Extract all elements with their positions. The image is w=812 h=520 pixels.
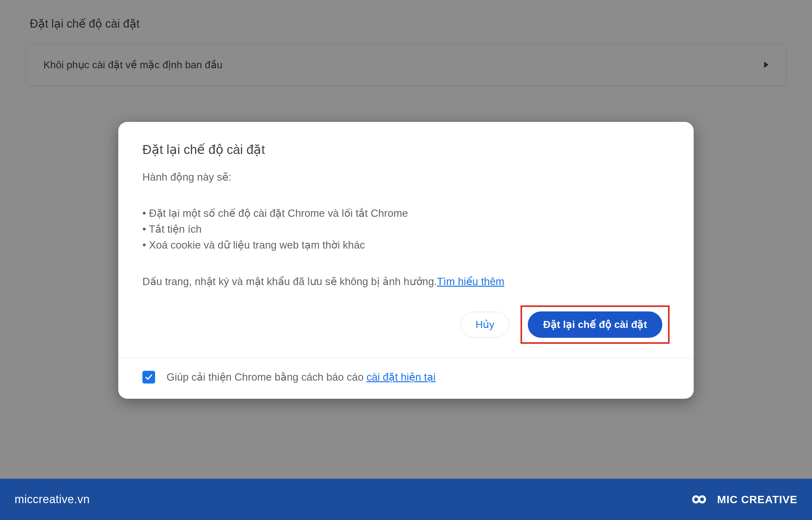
- list-item: Tắt tiện ích: [142, 221, 670, 237]
- brand-right: MIC CREATIVE: [687, 491, 797, 508]
- brand-bar: miccreative.vn MIC CREATIVE: [0, 479, 812, 520]
- brand-name-label: MIC CREATIVE: [717, 493, 797, 506]
- learn-more-link[interactable]: Tìm hiểu thêm: [437, 276, 504, 287]
- reset-settings-dialog: Đặt lại chế độ cài đặt Hành động này sẽ:…: [118, 122, 694, 399]
- dialog-bullet-list: Đặt lại một số chế độ cài đặt Chrome và …: [142, 205, 670, 253]
- current-settings-link[interactable]: cài đặt hiện tại: [367, 371, 436, 383]
- check-icon: [145, 373, 153, 381]
- dialog-note: Dấu trang, nhật ký và mật khẩu đã lưu sẽ…: [142, 275, 670, 288]
- report-settings-label: Giúp cải thiện Chrome bằng cách báo cáo …: [167, 371, 436, 383]
- list-item: Xoá cookie và dữ liệu trang web tạm thời…: [142, 237, 670, 253]
- dialog-title: Đặt lại chế độ cài đặt: [142, 142, 670, 157]
- dialog-body: Đặt lại chế độ cài đặt Hành động này sẽ:…: [118, 122, 694, 358]
- brand-site-label: miccreative.vn: [15, 493, 90, 506]
- dialog-footer: Giúp cải thiện Chrome bằng cách báo cáo …: [118, 358, 694, 399]
- dialog-actions: Hủy Đặt lại chế độ cài đặt: [142, 305, 670, 343]
- report-settings-checkbox[interactable]: [142, 371, 155, 384]
- confirm-highlight-box: Đặt lại chế độ cài đặt: [521, 305, 670, 343]
- list-item: Đặt lại một số chế độ cài đặt Chrome và …: [142, 205, 670, 221]
- reset-settings-confirm-button[interactable]: Đặt lại chế độ cài đặt: [528, 311, 662, 337]
- dialog-intro: Hành động này sẽ:: [142, 171, 670, 183]
- report-text-prefix: Giúp cải thiện Chrome bằng cách báo cáo: [167, 371, 367, 383]
- dialog-note-text: Dấu trang, nhật ký và mật khẩu đã lưu sẽ…: [142, 276, 437, 287]
- cancel-button[interactable]: Hủy: [460, 312, 509, 337]
- infinity-logo-icon: [687, 491, 711, 508]
